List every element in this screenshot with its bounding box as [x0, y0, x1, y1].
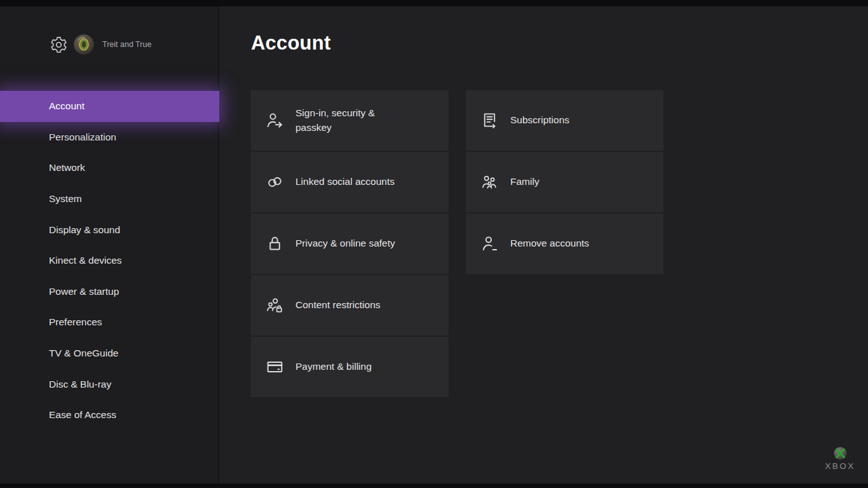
sidebar-item-label: Personalization: [49, 132, 116, 143]
tile-label: Linked social accounts: [295, 175, 395, 189]
sidebar-item-disc-blu-ray[interactable]: Disc & Blu-ray: [0, 369, 218, 400]
sidebar-divider: [218, 0, 219, 488]
letterbox-bottom: [0, 484, 868, 488]
settings-nav: AccountPersonalizationNetworkSystemDispl…: [0, 91, 218, 431]
sidebar-item-display-sound[interactable]: Display & sound: [0, 214, 218, 245]
sidebar-item-kinect-devices[interactable]: Kinect & devices: [0, 245, 218, 276]
tile-label: Family: [510, 175, 539, 189]
sidebar-item-label: Disc & Blu-ray: [49, 379, 111, 390]
gear-icon[interactable]: [50, 36, 68, 54]
sidebar-item-personalization[interactable]: Personalization: [0, 122, 218, 153]
sidebar-item-label: Preferences: [49, 316, 102, 328]
sidebar-item-label: Power & startup: [49, 286, 119, 297]
tile-column-left: Sign-in, security & passkeyLinked social…: [251, 90, 449, 397]
tile-label: Payment & billing: [295, 360, 372, 374]
person-minus-icon: [480, 234, 499, 253]
sidebar-item-account[interactable]: Account: [0, 91, 219, 122]
credit-card-icon: [266, 358, 284, 376]
sidebar-item-power-startup[interactable]: Power & startup: [0, 276, 218, 308]
tile-label: Subscriptions: [510, 113, 569, 127]
sidebar-item-label: TV & OneGuide: [49, 348, 118, 359]
sidebar-item-preferences[interactable]: Preferences: [0, 307, 218, 338]
sidebar-item-label: Ease of Access: [49, 409, 116, 421]
settings-sidebar: Treit and True AccountPersonalizationNet…: [0, 0, 218, 488]
tile-content-restrictions[interactable]: Content restrictions: [251, 275, 449, 336]
letterbox-top: [0, 0, 868, 6]
gamerpic-avatar[interactable]: [74, 34, 94, 55]
people-lock-icon: [266, 296, 284, 315]
xbox-sphere-icon: [833, 446, 848, 461]
page-title: Account: [251, 32, 330, 55]
tile-linked-social-accounts[interactable]: Linked social accounts: [251, 152, 449, 212]
sidebar-item-system[interactable]: System: [0, 184, 218, 215]
tile-subscriptions[interactable]: Subscriptions: [466, 90, 663, 151]
xbox-settings-screen: Treit and True AccountPersonalizationNet…: [0, 0, 868, 488]
tile-sign-in-security-passkey[interactable]: Sign-in, security & passkey: [251, 90, 449, 151]
profile-header: Treit and True: [50, 33, 151, 56]
tile-payment-billing[interactable]: Payment & billing: [251, 337, 449, 397]
tile-privacy-online-safety[interactable]: Privacy & online safety: [251, 214, 449, 274]
tile-label: Remove accounts: [510, 236, 589, 250]
sidebar-item-network[interactable]: Network: [0, 152, 218, 184]
sidebar-item-label: Kinect & devices: [49, 255, 122, 266]
sidebar-item-label: Display & sound: [49, 224, 120, 236]
signin-person-arrow-icon: [266, 111, 284, 130]
document-arrow-icon: [480, 111, 499, 130]
tile-label: Privacy & online safety: [295, 236, 395, 250]
sidebar-item-label: System: [49, 193, 82, 205]
linked-rings-icon: [266, 173, 284, 191]
tile-label: Content restrictions: [295, 298, 381, 312]
sidebar-item-label: Account: [49, 100, 85, 112]
xbox-wordmark: XBOX: [824, 461, 857, 471]
gamertag-label: Treit and True: [102, 40, 151, 49]
tile-family[interactable]: Family: [466, 152, 663, 212]
tile-label: Sign-in, security & passkey: [295, 106, 410, 135]
padlock-icon: [266, 234, 284, 253]
tile-column-right: SubscriptionsFamilyRemove accounts: [466, 90, 663, 274]
sidebar-item-label: Network: [49, 162, 85, 173]
sidebar-item-ease-of-access[interactable]: Ease of Access: [0, 400, 218, 431]
sidebar-item-tv-oneguide[interactable]: TV & OneGuide: [0, 338, 218, 369]
xbox-logo: XBOX: [824, 446, 857, 471]
family-people-icon: [480, 173, 499, 191]
tile-remove-accounts[interactable]: Remove accounts: [466, 214, 663, 274]
